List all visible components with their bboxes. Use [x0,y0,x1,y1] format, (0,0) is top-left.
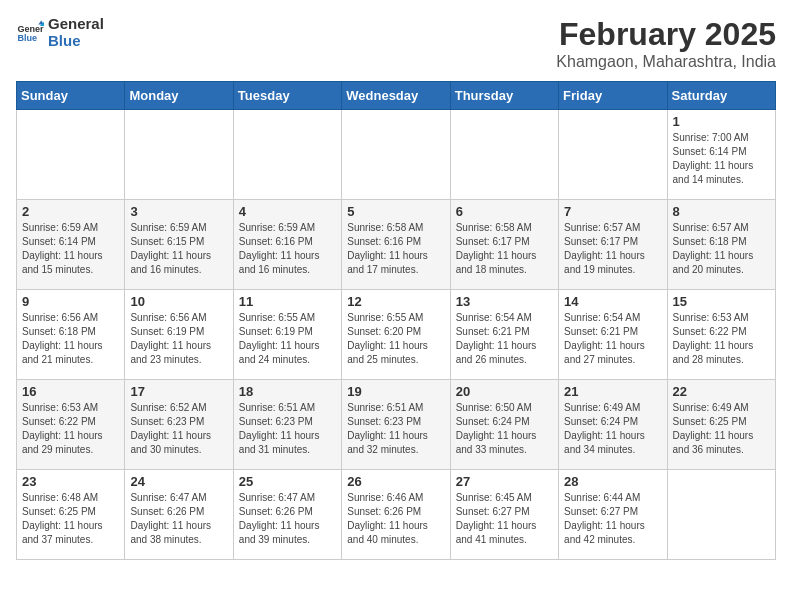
column-header-sunday: Sunday [17,82,125,110]
calendar-cell: 9Sunrise: 6:56 AM Sunset: 6:18 PM Daylig… [17,290,125,380]
calendar-week-3: 9Sunrise: 6:56 AM Sunset: 6:18 PM Daylig… [17,290,776,380]
svg-text:General: General [17,23,44,33]
calendar-cell: 4Sunrise: 6:59 AM Sunset: 6:16 PM Daylig… [233,200,341,290]
calendar-cell: 5Sunrise: 6:58 AM Sunset: 6:16 PM Daylig… [342,200,450,290]
day-number: 27 [456,474,553,489]
calendar-cell: 16Sunrise: 6:53 AM Sunset: 6:22 PM Dayli… [17,380,125,470]
day-info: Sunrise: 6:58 AM Sunset: 6:17 PM Dayligh… [456,221,553,277]
sub-title: Khamgaon, Maharashtra, India [556,53,776,71]
day-info: Sunrise: 6:47 AM Sunset: 6:26 PM Dayligh… [130,491,227,547]
day-number: 24 [130,474,227,489]
calendar-cell [17,110,125,200]
day-info: Sunrise: 6:49 AM Sunset: 6:25 PM Dayligh… [673,401,770,457]
day-number: 1 [673,114,770,129]
day-number: 26 [347,474,444,489]
day-number: 8 [673,204,770,219]
column-header-wednesday: Wednesday [342,82,450,110]
day-info: Sunrise: 6:48 AM Sunset: 6:25 PM Dayligh… [22,491,119,547]
calendar-cell: 25Sunrise: 6:47 AM Sunset: 6:26 PM Dayli… [233,470,341,560]
calendar-cell: 13Sunrise: 6:54 AM Sunset: 6:21 PM Dayli… [450,290,558,380]
day-info: Sunrise: 6:56 AM Sunset: 6:18 PM Dayligh… [22,311,119,367]
calendar-cell: 26Sunrise: 6:46 AM Sunset: 6:26 PM Dayli… [342,470,450,560]
calendar-body: 1Sunrise: 7:00 AM Sunset: 6:14 PM Daylig… [17,110,776,560]
calendar-cell: 23Sunrise: 6:48 AM Sunset: 6:25 PM Dayli… [17,470,125,560]
day-number: 6 [456,204,553,219]
calendar-cell: 6Sunrise: 6:58 AM Sunset: 6:17 PM Daylig… [450,200,558,290]
day-number: 15 [673,294,770,309]
calendar-cell [233,110,341,200]
logo-blue-text: Blue [48,33,104,50]
day-number: 13 [456,294,553,309]
calendar-cell: 7Sunrise: 6:57 AM Sunset: 6:17 PM Daylig… [559,200,667,290]
day-number: 7 [564,204,661,219]
day-number: 19 [347,384,444,399]
day-number: 2 [22,204,119,219]
logo-icon: General Blue [16,19,44,47]
day-info: Sunrise: 6:49 AM Sunset: 6:24 PM Dayligh… [564,401,661,457]
calendar-cell: 20Sunrise: 6:50 AM Sunset: 6:24 PM Dayli… [450,380,558,470]
calendar-cell: 12Sunrise: 6:55 AM Sunset: 6:20 PM Dayli… [342,290,450,380]
day-number: 12 [347,294,444,309]
day-number: 16 [22,384,119,399]
header: General Blue General Blue February 2025 … [16,16,776,71]
calendar-cell: 11Sunrise: 6:55 AM Sunset: 6:19 PM Dayli… [233,290,341,380]
calendar-week-1: 1Sunrise: 7:00 AM Sunset: 6:14 PM Daylig… [17,110,776,200]
day-info: Sunrise: 6:58 AM Sunset: 6:16 PM Dayligh… [347,221,444,277]
day-info: Sunrise: 6:59 AM Sunset: 6:14 PM Dayligh… [22,221,119,277]
calendar-cell [125,110,233,200]
calendar-cell [667,470,775,560]
day-info: Sunrise: 6:52 AM Sunset: 6:23 PM Dayligh… [130,401,227,457]
logo: General Blue General Blue [16,16,104,49]
calendar-cell: 22Sunrise: 6:49 AM Sunset: 6:25 PM Dayli… [667,380,775,470]
calendar-cell: 3Sunrise: 6:59 AM Sunset: 6:15 PM Daylig… [125,200,233,290]
day-info: Sunrise: 6:45 AM Sunset: 6:27 PM Dayligh… [456,491,553,547]
column-header-saturday: Saturday [667,82,775,110]
day-info: Sunrise: 7:00 AM Sunset: 6:14 PM Dayligh… [673,131,770,187]
calendar-cell: 18Sunrise: 6:51 AM Sunset: 6:23 PM Dayli… [233,380,341,470]
day-info: Sunrise: 6:50 AM Sunset: 6:24 PM Dayligh… [456,401,553,457]
day-info: Sunrise: 6:55 AM Sunset: 6:20 PM Dayligh… [347,311,444,367]
day-number: 25 [239,474,336,489]
calendar-cell: 19Sunrise: 6:51 AM Sunset: 6:23 PM Dayli… [342,380,450,470]
day-info: Sunrise: 6:47 AM Sunset: 6:26 PM Dayligh… [239,491,336,547]
day-info: Sunrise: 6:44 AM Sunset: 6:27 PM Dayligh… [564,491,661,547]
day-info: Sunrise: 6:53 AM Sunset: 6:22 PM Dayligh… [22,401,119,457]
title-area: February 2025 Khamgaon, Maharashtra, Ind… [556,16,776,71]
calendar-week-4: 16Sunrise: 6:53 AM Sunset: 6:22 PM Dayli… [17,380,776,470]
day-info: Sunrise: 6:53 AM Sunset: 6:22 PM Dayligh… [673,311,770,367]
column-header-friday: Friday [559,82,667,110]
column-header-monday: Monday [125,82,233,110]
column-header-thursday: Thursday [450,82,558,110]
day-info: Sunrise: 6:54 AM Sunset: 6:21 PM Dayligh… [456,311,553,367]
calendar-table: SundayMondayTuesdayWednesdayThursdayFrid… [16,81,776,560]
day-info: Sunrise: 6:57 AM Sunset: 6:17 PM Dayligh… [564,221,661,277]
calendar-cell: 24Sunrise: 6:47 AM Sunset: 6:26 PM Dayli… [125,470,233,560]
day-info: Sunrise: 6:56 AM Sunset: 6:19 PM Dayligh… [130,311,227,367]
day-info: Sunrise: 6:51 AM Sunset: 6:23 PM Dayligh… [239,401,336,457]
day-number: 28 [564,474,661,489]
day-info: Sunrise: 6:46 AM Sunset: 6:26 PM Dayligh… [347,491,444,547]
day-number: 17 [130,384,227,399]
main-title: February 2025 [556,16,776,53]
calendar-cell [450,110,558,200]
day-info: Sunrise: 6:59 AM Sunset: 6:15 PM Dayligh… [130,221,227,277]
calendar-week-5: 23Sunrise: 6:48 AM Sunset: 6:25 PM Dayli… [17,470,776,560]
calendar-cell: 8Sunrise: 6:57 AM Sunset: 6:18 PM Daylig… [667,200,775,290]
day-number: 18 [239,384,336,399]
day-info: Sunrise: 6:55 AM Sunset: 6:19 PM Dayligh… [239,311,336,367]
calendar-week-2: 2Sunrise: 6:59 AM Sunset: 6:14 PM Daylig… [17,200,776,290]
calendar-cell: 2Sunrise: 6:59 AM Sunset: 6:14 PM Daylig… [17,200,125,290]
day-number: 14 [564,294,661,309]
day-number: 21 [564,384,661,399]
calendar-cell: 10Sunrise: 6:56 AM Sunset: 6:19 PM Dayli… [125,290,233,380]
day-number: 23 [22,474,119,489]
calendar-cell: 1Sunrise: 7:00 AM Sunset: 6:14 PM Daylig… [667,110,775,200]
day-number: 4 [239,204,336,219]
day-info: Sunrise: 6:59 AM Sunset: 6:16 PM Dayligh… [239,221,336,277]
day-number: 3 [130,204,227,219]
calendar-cell [342,110,450,200]
calendar-cell: 21Sunrise: 6:49 AM Sunset: 6:24 PM Dayli… [559,380,667,470]
calendar-cell: 28Sunrise: 6:44 AM Sunset: 6:27 PM Dayli… [559,470,667,560]
calendar-cell [559,110,667,200]
calendar-cell: 17Sunrise: 6:52 AM Sunset: 6:23 PM Dayli… [125,380,233,470]
